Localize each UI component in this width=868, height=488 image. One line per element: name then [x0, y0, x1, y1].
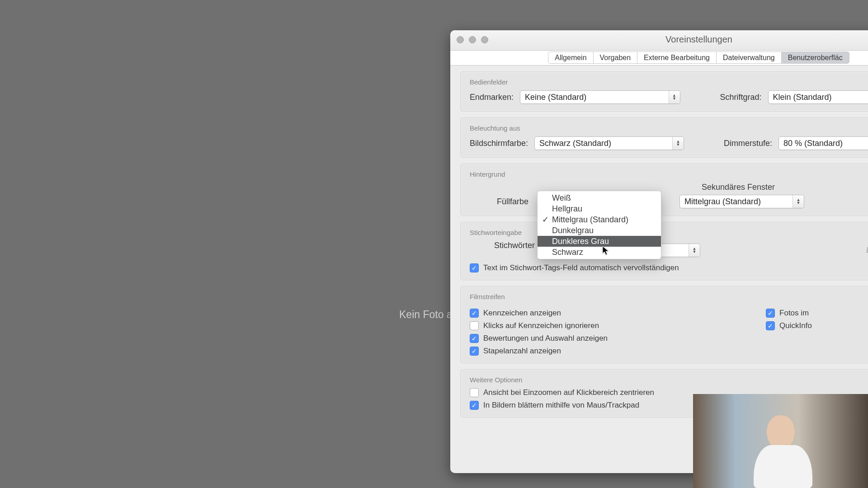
color-option[interactable]: Dunkelgrau: [538, 225, 661, 236]
schriftgrad-label: Schriftgrad:: [720, 93, 762, 102]
checkbox-label: Bewertungen und Auswahl anzeigen: [483, 334, 608, 343]
chevron-updown-icon: ▲▼: [672, 137, 684, 150]
checkbox[interactable]: [470, 388, 479, 397]
titlebar: Voreinstellungen: [450, 30, 868, 51]
endmarken-select[interactable]: Keine (Standard) ▲▼: [520, 90, 680, 104]
fuellfarbe-dropdown-popup[interactable]: WeißHellgrauMittelgrau (Standard)Dunkelg…: [537, 191, 661, 259]
tab-externe-bearbeitung[interactable]: Externe Bearbeitung: [637, 52, 717, 64]
color-option[interactable]: Hellgrau: [538, 203, 661, 214]
checkbox[interactable]: ✓: [766, 309, 775, 318]
autocomplete-checkbox[interactable]: ✓: [470, 263, 479, 272]
dimmerstufe-label: Dimmerstufe:: [724, 139, 772, 148]
section-title: Bedienfelder: [470, 78, 868, 86]
section-title: Filmstreifen: [470, 293, 868, 300]
window-controls: [457, 36, 488, 43]
chevron-updown-icon: ▲▼: [669, 91, 680, 103]
tab-dateiverwaltung[interactable]: Dateiverwaltung: [716, 52, 782, 64]
preferences-window: Voreinstellungen AllgemeinVorgabenExtern…: [450, 30, 868, 473]
section-filmstreifen: Filmstreifen ✓Kennzeichen anzeigenKlicks…: [460, 286, 868, 363]
tab-benutzeroberfläc[interactable]: Benutzeroberfläc: [781, 52, 849, 64]
section-beleuchtung: Beleuchtung aus Bildschirmfarbe: Schwarz…: [460, 117, 868, 158]
section-title: Hintergrund: [470, 170, 868, 178]
color-option[interactable]: Weiß: [538, 192, 661, 203]
checkbox[interactable]: ✓: [766, 321, 775, 330]
fuellfarbe-secondary-select[interactable]: Mittelgrau (Standard) ▲▼: [679, 195, 804, 208]
section-stichwort: Stichworteingabe Stichwörter trennen dur…: [460, 222, 868, 280]
checkbox[interactable]: ✓: [470, 347, 479, 356]
checkbox-row: ✓Bewertungen und Auswahl anzeigen: [470, 334, 608, 343]
checkbox[interactable]: [470, 321, 479, 330]
schriftgrad-value: Klein (Standard): [773, 93, 832, 102]
chevron-updown-icon: ▲▼: [793, 195, 804, 208]
section-title: Weitere Optionen: [470, 376, 868, 384]
color-option[interactable]: Schwarz: [538, 247, 661, 258]
checkbox-row: ✓Fotos im: [766, 309, 812, 318]
checkbox-label: QuickInfo: [779, 321, 812, 330]
tab-vorgaben[interactable]: Vorgaben: [593, 52, 638, 64]
person-silhouette: [754, 415, 808, 488]
section-title: Stichworteingabe: [470, 229, 868, 236]
tab-allgemein[interactable]: Allgemein: [548, 52, 593, 64]
checkbox-label: Ansicht bei Einzoomen auf Klickbereich z…: [483, 388, 654, 397]
dimmerstufe-select[interactable]: 80 % (Standard) ▲▼: [778, 136, 868, 150]
section-bedienfelder: Bedienfelder Endmarken: Keine (Standard)…: [460, 71, 868, 112]
checkbox-label: Kennzeichen anzeigen: [483, 309, 561, 318]
checkbox[interactable]: ✓: [470, 309, 479, 318]
no-photo-text: Kein Foto au: [399, 309, 458, 321]
chevron-updown-icon: ▲▼: [689, 244, 700, 257]
section-hintergrund: Hintergrund Sekundäres Fenster Füllfarbe…: [460, 164, 868, 216]
bildschirmfarbe-label: Bildschirmfarbe:: [470, 139, 528, 148]
autocomplete-label: Text im Stichwort-Tags-Feld automatisch …: [483, 263, 679, 272]
bildschirmfarbe-value: Schwarz (Standard): [539, 139, 611, 148]
close-icon[interactable]: [457, 36, 464, 43]
fuellfarbe-label: Füllfarbe: [470, 197, 528, 206]
checkbox-label: Stapelanzahl anzeigen: [483, 347, 561, 356]
schriftgrad-select[interactable]: Klein (Standard) ▲▼: [768, 90, 868, 104]
color-option[interactable]: Dunkleres Grau: [538, 236, 661, 247]
bildschirmfarbe-select[interactable]: Schwarz (Standard) ▲▼: [534, 136, 684, 150]
checkbox-label: In Bildern blättern mithilfe von Maus/Tr…: [483, 401, 639, 410]
checkbox-row: ✓QuickInfo: [766, 321, 812, 330]
tab-bar: AllgemeinVorgabenExterne BearbeitungDate…: [450, 51, 868, 66]
dimmerstufe-value: 80 % (Standard): [783, 139, 843, 148]
endmarken-value: Keine (Standard): [525, 93, 586, 102]
checkbox[interactable]: ✓: [470, 401, 479, 410]
webcam-overlay: [693, 394, 868, 488]
secondary-window-header: Sekundäres Fenster: [679, 183, 797, 192]
color-option[interactable]: Mittelgrau (Standard): [538, 214, 661, 225]
checkbox-row: ✓Kennzeichen anzeigen: [470, 309, 608, 318]
section-title: Beleuchtung aus: [470, 124, 868, 132]
minimize-icon[interactable]: [469, 36, 476, 43]
checkbox-row: Klicks auf Kennzeichen ignorieren: [470, 321, 608, 330]
trennen-hint: Leerzeichen sind i: [866, 246, 868, 255]
window-title: Voreinstellungen: [450, 34, 868, 45]
endmarken-label: Endmarken:: [470, 93, 514, 102]
checkbox-row: ✓Stapelanzahl anzeigen: [470, 347, 608, 356]
fuellfarbe-secondary-value: Mittelgrau (Standard): [684, 197, 761, 206]
checkbox-label: Fotos im: [779, 309, 809, 318]
checkbox-label: Klicks auf Kennzeichen ignorieren: [483, 321, 599, 330]
checkbox[interactable]: ✓: [470, 334, 479, 343]
zoom-icon[interactable]: [481, 36, 488, 43]
